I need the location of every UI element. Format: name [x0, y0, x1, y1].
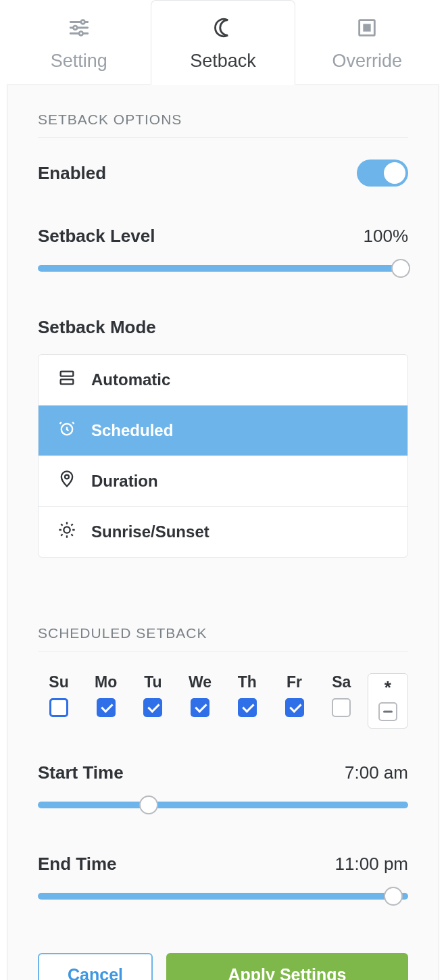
- day-su: Su: [38, 673, 80, 717]
- override-icon: [355, 16, 378, 44]
- svg-line-19: [61, 534, 62, 535]
- start-time-value: 7:00 am: [345, 762, 408, 783]
- button-label: Apply Settings: [228, 965, 346, 981]
- day-mo: Mo: [85, 673, 127, 717]
- tab-setting[interactable]: Setting: [7, 0, 151, 85]
- svg-line-20: [71, 524, 72, 525]
- mode-label: Scheduled: [91, 421, 173, 440]
- setback-level-value: 100%: [364, 226, 409, 247]
- server-icon: [57, 368, 76, 391]
- mode-label: Duration: [91, 472, 158, 491]
- section-title-scheduled-setback: SCHEDULED SETBACK: [38, 625, 408, 652]
- mode-automatic[interactable]: Automatic: [39, 355, 407, 406]
- location-icon: [57, 470, 76, 493]
- setback-level-label: Setback Level: [38, 226, 155, 247]
- end-time-value: 11:00 pm: [335, 854, 408, 875]
- day-fr: Fr: [274, 673, 316, 717]
- svg-point-5: [79, 32, 83, 36]
- day-tu: Tu: [132, 673, 174, 717]
- end-time-slider[interactable]: [38, 887, 408, 906]
- day-checkbox-sa[interactable]: [332, 698, 351, 717]
- sliders-icon: [68, 16, 91, 44]
- start-time-slider[interactable]: [38, 795, 408, 814]
- day-checkbox-su[interactable]: [49, 698, 68, 717]
- cancel-button[interactable]: Cancel: [38, 953, 153, 980]
- setback-level-slider[interactable]: [38, 259, 408, 278]
- tab-bar: Setting Setback Override: [0, 0, 446, 85]
- day-label: Su: [49, 673, 68, 691]
- day-label: Mo: [95, 673, 117, 691]
- day-label: Fr: [287, 673, 302, 691]
- mode-duration[interactable]: Duration: [39, 456, 407, 507]
- alarm-icon: [57, 419, 76, 442]
- day-label: We: [189, 673, 212, 691]
- day-label: Tu: [144, 673, 162, 691]
- day-we: We: [179, 673, 221, 717]
- end-time-label: End Time: [38, 854, 117, 875]
- tab-setback[interactable]: Setback: [151, 0, 295, 85]
- mode-label: Sunrise/Sunset: [91, 522, 209, 541]
- day-checkbox-all[interactable]: [378, 702, 397, 721]
- day-checkbox-mo[interactable]: [97, 698, 116, 717]
- tab-label: Setting: [51, 51, 107, 72]
- tab-label: Override: [332, 51, 403, 72]
- asterisk-icon: *: [385, 679, 391, 695]
- svg-line-18: [71, 534, 72, 535]
- day-checkbox-we[interactable]: [191, 698, 209, 717]
- button-label: Cancel: [68, 965, 123, 981]
- svg-point-3: [73, 26, 77, 30]
- day-checkbox-tu[interactable]: [143, 698, 162, 717]
- tab-override[interactable]: Override: [295, 0, 439, 85]
- day-th: Th: [226, 673, 268, 717]
- svg-rect-9: [61, 379, 74, 384]
- setback-mode-label: Setback Mode: [38, 317, 408, 338]
- mode-list: Automatic Scheduled: [38, 354, 408, 558]
- day-checkbox-th[interactable]: [238, 698, 257, 717]
- day-sa: Sa: [320, 673, 362, 717]
- enabled-label: Enabled: [38, 163, 106, 184]
- day-checkbox-fr[interactable]: [285, 698, 304, 717]
- day-all: *: [368, 673, 408, 729]
- section-title-setback-options: SETBACK OPTIONS: [38, 112, 408, 138]
- enabled-toggle[interactable]: [357, 160, 408, 187]
- svg-rect-7: [364, 25, 370, 31]
- day-label: Th: [238, 673, 257, 691]
- setback-panel: SETBACK OPTIONS Enabled Setback Level 10…: [7, 84, 439, 980]
- day-selector: SuMoTuWeThFrSa*: [38, 673, 408, 729]
- mode-sunrise-sunset[interactable]: Sunrise/Sunset: [39, 507, 407, 557]
- moon-icon: [212, 16, 234, 44]
- svg-point-11: [65, 475, 69, 479]
- day-label: Sa: [332, 673, 351, 691]
- svg-rect-8: [61, 372, 74, 376]
- mode-scheduled[interactable]: Scheduled: [39, 406, 407, 456]
- start-time-label: Start Time: [38, 762, 124, 783]
- mode-label: Automatic: [91, 370, 170, 389]
- svg-point-1: [80, 20, 84, 24]
- tab-label: Setback: [190, 51, 256, 72]
- sun-icon: [57, 520, 76, 543]
- svg-line-17: [61, 524, 62, 525]
- svg-point-12: [64, 526, 70, 533]
- apply-settings-button[interactable]: Apply Settings: [166, 953, 408, 980]
